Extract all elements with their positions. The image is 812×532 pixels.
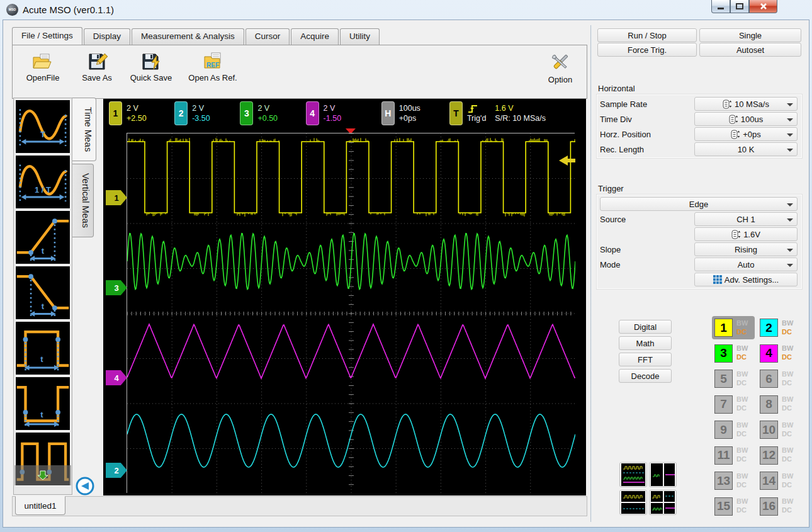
channel-11-enable-button[interactable]: 11BWDC	[712, 444, 755, 467]
positive-width-measure-icon[interactable]: t	[15, 321, 70, 375]
tab-measurement-analysis[interactable]: Measurement & Analysis	[132, 28, 244, 45]
channel-3-enable-button[interactable]: 3BWDC	[712, 342, 755, 365]
trigger-readout[interactable]: TTrig'd1.6 VS/R: 10 MSa/s	[444, 101, 586, 125]
layout-two-horizontal-panes-button[interactable]	[619, 490, 647, 515]
channel-4-enable-button[interactable]: 4BWDC	[757, 342, 800, 365]
channel-4-badge: 4	[306, 101, 319, 125]
fall-time-measure-icon[interactable]: t	[15, 266, 70, 320]
open-file-folder-icon	[16, 52, 69, 72]
tab-vertical-meas[interactable]: Vertical Meas	[72, 164, 94, 237]
channel-1-color-square: 1	[714, 319, 733, 337]
tab-display[interactable]: Display	[84, 28, 130, 45]
close-button[interactable]	[749, 0, 777, 13]
layout-single-pane-button[interactable]	[619, 462, 647, 487]
tab-cursor[interactable]: Cursor	[245, 28, 290, 45]
trigger-slope-control[interactable]: Rising	[694, 242, 798, 256]
digital-button[interactable]: Digital	[619, 320, 672, 334]
math-button[interactable]: Math	[619, 336, 672, 350]
channel-2-position-marker[interactable]: 2	[106, 463, 127, 478]
channel-12-enable-button[interactable]: 12BWDC	[757, 444, 800, 467]
dropdown-arrow-icon	[787, 149, 793, 152]
run-stop-button[interactable]: Run / Stop	[597, 28, 697, 42]
adv-settings-grid-icon	[713, 275, 722, 284]
option-tools-icon	[549, 52, 572, 73]
channel-11-color-square: 11	[714, 446, 733, 465]
trigger-source-control[interactable]: CH 1	[694, 212, 798, 226]
channel-7-dc-label: DC	[736, 404, 748, 413]
channel-2-dc-label: DC	[782, 328, 793, 337]
channel-6-enable-button[interactable]: 6BWDC	[757, 367, 800, 390]
channel-3-readout[interactable]: 32 V+0.50	[234, 101, 300, 125]
channel-1-position-marker[interactable]: 1	[106, 190, 127, 205]
channel-7-enable-button[interactable]: 7BWDC	[712, 393, 755, 416]
trigger-mode-control[interactable]: Auto	[694, 258, 798, 271]
rise-time-measure-icon[interactable]: t	[15, 210, 70, 264]
layout-two-vertical-panes-button[interactable]	[649, 462, 677, 487]
channel-15-color-square: 15	[714, 497, 733, 516]
channel-3-offset: +0.50	[257, 113, 278, 123]
channel-3-position-marker[interactable]: 3	[106, 280, 127, 295]
horizontal-rec-length-control[interactable]: 10 K	[694, 142, 798, 156]
force-trig-button[interactable]: Force Trig.	[597, 43, 697, 57]
decode-button[interactable]: Decode	[619, 369, 672, 383]
channel-4-volts-per-div: 2 V	[324, 103, 342, 113]
horizontal-sample-rate-control[interactable]: 10 MSa/s	[694, 97, 798, 111]
collapse-sidebar-button[interactable]	[75, 476, 95, 496]
channel-10-enable-button[interactable]: 10BWDC	[757, 418, 800, 441]
openfile-button[interactable]: OpenFile	[16, 52, 69, 82]
channel-10-bw-label: BW	[782, 421, 793, 430]
trigger-adv-settings-control[interactable]: Adv. Settings...	[694, 273, 798, 286]
dropdown-arrow-icon	[787, 133, 793, 137]
scope-plot[interactable]: 1342	[127, 133, 575, 493]
autoset-button[interactable]: Autoset	[699, 43, 801, 57]
save-as-button[interactable]: Save As	[70, 52, 123, 82]
svg-text:t: t	[40, 354, 43, 364]
open-as-ref-button[interactable]: REFOpen As Ref.	[183, 52, 243, 82]
channel-2-readout[interactable]: 22 V-3.50	[169, 101, 234, 125]
scope-display: 12 V+2.5022 V-3.5032 V+0.5042 V-1.50H100…	[103, 99, 586, 495]
channel-9-enable-button[interactable]: 9BWDC	[712, 418, 755, 441]
negative-width-measure-icon[interactable]: t	[15, 376, 70, 431]
main-tabstrip: File / SettingsDisplayMeasurement & Anal…	[12, 28, 381, 45]
minimize-button[interactable]	[711, 0, 730, 13]
channel-14-enable-button[interactable]: 14BWDC	[757, 469, 800, 492]
trigger-1-6v-control[interactable]: 1.6V	[694, 227, 798, 241]
layout-four-panes-button[interactable]	[649, 490, 677, 515]
horizontal-horz-position-control[interactable]: +0ps	[694, 127, 798, 141]
channel-4-position-marker[interactable]: 4	[106, 370, 127, 385]
channel-1-enable-button[interactable]: 1BWDC	[712, 316, 755, 339]
option-button[interactable]: Option	[540, 52, 580, 84]
document-tab-untitled1[interactable]: untitled1	[15, 496, 65, 515]
channel-2-enable-button[interactable]: 2BWDC	[757, 316, 800, 339]
channel-10-color-square: 10	[760, 421, 778, 439]
channel-8-enable-button[interactable]: 8BWDC	[757, 393, 800, 416]
channel-3-badge: 3	[240, 101, 253, 125]
channel-5-enable-button[interactable]: 5BWDC	[712, 367, 755, 390]
horizontal-row-2-label: Horz. Position	[600, 130, 694, 139]
dropdown-arrow-icon	[787, 118, 793, 122]
channel-16-enable-button[interactable]: 16BWDC	[757, 495, 800, 518]
tab-utility[interactable]: Utility	[340, 28, 380, 45]
quick-save-button[interactable]: Quick Save	[125, 52, 178, 82]
channel-5-bw-label: BW	[736, 370, 748, 379]
period-measure-icon[interactable]: T	[15, 99, 70, 154]
trigger-row-1-label: Source	[600, 215, 694, 224]
maximize-button[interactable]	[730, 0, 749, 13]
channel-2-badge: 2	[174, 101, 188, 125]
control-panel: Horizontal Sample Rate10 MSa/sTime Div10…	[595, 28, 808, 516]
channel-13-bw-label: BW	[736, 472, 748, 481]
fft-button[interactable]: FFT	[619, 353, 672, 366]
horizontal-time-div-control[interactable]: 100us	[694, 112, 798, 126]
channel-1-readout[interactable]: 12 V+2.50	[103, 101, 169, 125]
channel-15-enable-button[interactable]: 15BWDC	[712, 495, 755, 518]
channel-13-enable-button[interactable]: 13BWDC	[712, 469, 755, 492]
measurement-scroll-down[interactable]	[14, 465, 71, 485]
trigger-edge-control[interactable]: Edge	[600, 197, 798, 211]
tab-acquire[interactable]: Acquire	[291, 28, 339, 45]
horizontal-readout[interactable]: H100us+0ps	[376, 101, 444, 125]
frequency-measure-icon[interactable]: 1 / T	[15, 155, 70, 209]
tab-time-meas[interactable]: Time Meas	[72, 98, 96, 161]
channel-4-readout[interactable]: 42 V-1.50	[300, 101, 366, 125]
tab-file-settings[interactable]: File / Settings	[12, 27, 82, 45]
single-button[interactable]: Single	[699, 28, 801, 42]
